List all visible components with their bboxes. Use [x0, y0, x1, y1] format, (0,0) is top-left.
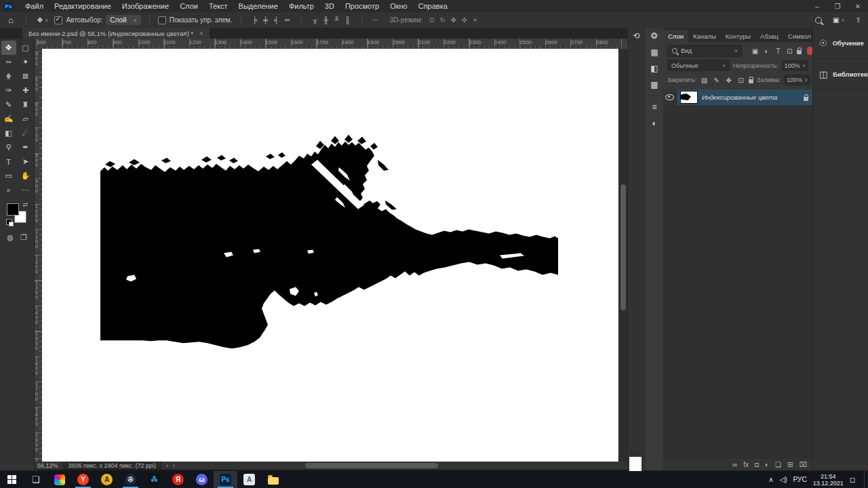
gradients-panel-icon[interactable]: ◧ — [645, 60, 664, 77]
filter-adjustment-layers-icon[interactable]: ◐ — [762, 47, 771, 55]
opacity-value-box[interactable]: 100% ∨ — [782, 60, 808, 71]
menu-item[interactable]: Фильтр — [283, 2, 319, 10]
color-panel-icon[interactable]: ❂ — [645, 28, 664, 44]
link-layers-icon[interactable]: ∞ — [732, 461, 737, 468]
document-tab[interactable]: Без имени-2.psd @ 56,1% (Индексированные… — [22, 28, 210, 39]
menu-item[interactable]: Справка — [413, 2, 453, 10]
restore-button[interactable]: ❐ — [827, 0, 848, 12]
history-panel-icon[interactable]: ⟲ — [628, 28, 645, 44]
language-indicator[interactable]: РУС — [793, 476, 807, 483]
adjustments-panel-icon[interactable]: ◐ — [645, 115, 664, 131]
dodge-tool[interactable]: ⚲ — [1, 140, 16, 155]
share-icon[interactable]: ⇪ — [856, 16, 861, 24]
align-icon[interactable]: ╞ — [250, 16, 260, 24]
gradient-tool[interactable]: ◧ — [1, 126, 16, 140]
shape-tool[interactable]: ▭ — [1, 169, 16, 183]
notification-center-icon[interactable]: ◻ — [850, 476, 855, 483]
tab-panel[interactable]: Символ — [783, 30, 816, 42]
edit-toolbar[interactable]: ⋯ — [18, 183, 33, 197]
show-controls-checkbox[interactable] — [158, 16, 166, 24]
status-prev-icon[interactable]: ‹ — [173, 462, 175, 469]
horizontal-scrollbar-thumb[interactable] — [305, 463, 438, 468]
show-desktop-button[interactable] — [864, 471, 868, 488]
current-tool-icon[interactable]: ✥ ∨ — [35, 16, 52, 24]
mode-3d-icon[interactable]: ↻ — [437, 16, 448, 24]
align-icon[interactable]: ═ — [282, 16, 293, 24]
filter-type-layers-icon[interactable]: T — [774, 47, 783, 55]
layer-name[interactable]: Индексированные цвета — [702, 94, 799, 101]
default-colors-icon[interactable] — [6, 219, 12, 225]
brush-tool[interactable]: ✎ — [1, 98, 16, 112]
lock-all-icon[interactable] — [749, 79, 753, 83]
yandex-browser[interactable]: Y — [71, 471, 95, 488]
photoshop[interactable]: Ps — [214, 471, 237, 488]
align-icon[interactable]: ╡ — [271, 16, 282, 24]
smudge-tool[interactable]: ☄ — [18, 126, 33, 140]
delete-layer-icon[interactable]: ⌧ — [799, 461, 807, 468]
menu-item[interactable]: Текст — [203, 2, 233, 10]
mode-3d-icon[interactable]: ✥ — [448, 16, 459, 24]
move-tool[interactable]: ✥ — [1, 41, 16, 55]
layer-group-icon[interactable]: ❏ — [775, 461, 781, 468]
clock[interactable]: 21:54 13.12.2021 — [813, 473, 844, 487]
new-layer-icon[interactable]: ⊞ — [787, 461, 793, 468]
marquee-tool[interactable]: ▢ — [18, 41, 33, 55]
autoselect-target-select[interactable]: Слой ∨ — [106, 15, 140, 25]
quick-selection-tool[interactable]: ✦ — [18, 55, 33, 69]
lock-transparent-icon[interactable]: ▨ — [700, 77, 709, 84]
distribute-icon[interactable]: ╥ — [310, 16, 321, 24]
workspace-switcher[interactable]: ▣ ∨ — [830, 16, 848, 24]
patterns-panel-icon[interactable]: ▩ — [645, 77, 664, 93]
align-icon[interactable]: ╪ — [260, 16, 271, 24]
properties-panel-icon[interactable]: ≡ — [645, 99, 664, 115]
menu-item[interactable]: Слои — [174, 2, 203, 10]
zoom-level[interactable]: 56,12% — [37, 462, 58, 469]
paint-app[interactable] — [47, 471, 71, 488]
swap-colors-icon[interactable]: ⇄ — [22, 201, 28, 208]
text-app[interactable]: A — [237, 471, 261, 488]
type-tool[interactable]: T — [1, 155, 16, 169]
pen-tool[interactable]: ✒ — [18, 140, 33, 155]
menu-item[interactable]: Редактирование — [49, 2, 117, 10]
path-selection-tool[interactable]: ➤ — [18, 155, 33, 169]
clone-stamp-tool[interactable]: ♜ — [18, 98, 33, 112]
blend-mode-select[interactable]: Обычные ∨ — [667, 60, 730, 71]
volume-icon[interactable]: ◁) — [780, 476, 787, 483]
status-next-icon[interactable]: › — [166, 462, 168, 469]
fill-value-box[interactable]: 100% ∨ — [784, 75, 810, 85]
quick-mask-button[interactable]: ◍ — [7, 233, 14, 242]
autoselect-checkbox[interactable] — [54, 16, 62, 24]
menu-item[interactable]: Окно — [384, 2, 413, 10]
tab-panel[interactable]: Абзац — [755, 30, 783, 42]
yandex-app[interactable]: Я — [166, 471, 190, 488]
tab-panel[interactable]: Контуры — [721, 30, 755, 42]
layer-thumbnail[interactable] — [681, 92, 697, 103]
distribute-icon[interactable]: ╨ — [332, 16, 342, 24]
close-button[interactable]: ✕ — [848, 0, 868, 12]
layer-row[interactable]: Индексированные цвета — [663, 89, 812, 105]
hidden-icons-chevron[interactable]: ∧ — [768, 476, 773, 483]
menu-item[interactable]: Файл — [20, 2, 49, 10]
shareman[interactable]: ⁂ — [142, 471, 166, 488]
healing-brush-tool[interactable]: ✚ — [18, 83, 33, 98]
menu-item[interactable]: Просмотр — [340, 2, 384, 10]
mode-3d-icon[interactable]: ⌖ — [470, 16, 481, 24]
selected-layer[interactable]: Индексированные цвета — [677, 89, 812, 105]
more-options-icon[interactable]: ⋯ — [370, 16, 381, 24]
lock-position-icon[interactable]: ✥ — [724, 77, 733, 84]
layer-effects-icon[interactable]: fx — [743, 461, 749, 468]
menu-item[interactable]: 3D — [319, 2, 340, 10]
swatches-panel-icon[interactable]: ▦ — [645, 44, 664, 60]
history-brush-tool[interactable]: ✍ — [1, 112, 16, 126]
menu-item[interactable]: Выделение — [233, 2, 283, 10]
filter-shape-layers-icon[interactable]: ⊡ — [785, 47, 794, 55]
aimp[interactable]: A — [95, 471, 119, 488]
tab-close-icon[interactable]: × — [199, 30, 203, 37]
crop-tool[interactable]: ⋕ — [1, 69, 16, 83]
minimize-button[interactable]: – — [807, 0, 827, 12]
vertical-scrollbar[interactable] — [618, 49, 627, 462]
layer-mask-icon[interactable]: ◘ — [755, 461, 759, 468]
lock-artboard-icon[interactable]: ⊡ — [736, 77, 745, 84]
steam[interactable]: ✇ — [119, 471, 142, 488]
start-button[interactable] — [0, 471, 24, 488]
